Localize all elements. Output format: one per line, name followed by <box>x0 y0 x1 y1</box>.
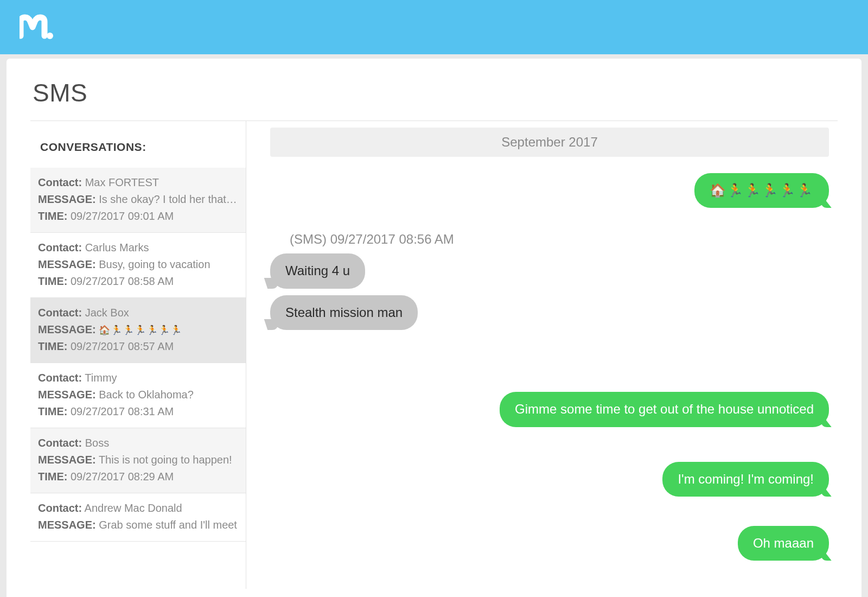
conversation-time: TIME: 09/27/2017 08:29 AM <box>38 468 238 485</box>
conversation-message: MESSAGE: Back to Oklahoma? <box>38 386 238 403</box>
conversation-message: MESSAGE: Busy, going to vacation <box>38 256 238 273</box>
conversation-message: MESSAGE: Is she okay? I told her that t.… <box>38 191 238 208</box>
conversation-contact: Contact: Jack Box <box>38 304 238 321</box>
sent-bubble: 🏠🏃🏃🏃🏃🏃 <box>694 173 829 208</box>
chat-pane: September 2017 🏠🏃🏃🏃🏃🏃(SMS) 09/27/2017 08… <box>246 121 838 589</box>
sent-bubble: I'm coming! I'm coming! <box>662 462 829 497</box>
conversation-item[interactable]: Contact: TimmyMESSAGE: Back to Oklahoma?… <box>30 363 246 428</box>
received-message-row: Waiting 4 u <box>270 253 829 288</box>
received-message-row: Stealth mission man <box>270 295 829 330</box>
conversation-item[interactable]: Contact: Andrew Mac DonaldMESSAGE: Grab … <box>30 493 246 542</box>
conversation-time: TIME: 09/27/2017 08:31 AM <box>38 403 238 420</box>
sent-message-row: Gimme some time to get out of the house … <box>270 392 829 427</box>
received-bubble: Stealth mission man <box>270 295 418 330</box>
spacer <box>270 336 829 385</box>
app-logo-icon <box>20 14 54 40</box>
message-list: 🏠🏃🏃🏃🏃🏃(SMS) 09/27/2017 08:56 AMWaiting 4… <box>270 173 829 561</box>
conversation-item[interactable]: Contact: Max FORTESTMESSAGE: Is she okay… <box>30 168 246 233</box>
conversation-time: TIME: 09/27/2017 09:01 AM <box>38 208 238 225</box>
sent-message-row: I'm coming! I'm coming! <box>270 462 829 497</box>
conversation-message: MESSAGE: This is not going to happen! <box>38 452 238 468</box>
conversation-contact: Contact: Andrew Mac Donald <box>38 500 238 517</box>
conversation-time: TIME: 09/27/2017 08:57 AM <box>38 338 238 355</box>
sent-bubble: Oh maaan <box>738 526 829 561</box>
conversation-contact: Contact: Boss <box>38 435 238 452</box>
conversation-message: MESSAGE: Grab some stuff and I'll meet <box>38 517 238 534</box>
conversations-sidebar: CONVERSATIONS: Contact: Max FORTESTMESSA… <box>30 121 246 589</box>
sent-message-row: Oh maaan <box>270 526 829 561</box>
content-sheet: SMS CONVERSATIONS: Contact: Max FORTESTM… <box>7 59 861 597</box>
conversations-heading: CONVERSATIONS: <box>30 121 246 168</box>
received-bubble: Waiting 4 u <box>270 253 365 288</box>
chat-date-header: September 2017 <box>270 128 829 157</box>
conversation-item[interactable]: Contact: BossMESSAGE: This is not going … <box>30 428 246 493</box>
sent-bubble: Gimme some time to get out of the house … <box>500 392 829 427</box>
message-timestamp: (SMS) 09/27/2017 08:56 AM <box>290 232 829 247</box>
sent-message-row: 🏠🏃🏃🏃🏃🏃 <box>270 173 829 208</box>
conversation-message: MESSAGE: 🏠🏃🏃🏃🏃🏃🏃 <box>38 321 238 338</box>
spacer <box>270 434 829 455</box>
topbar <box>0 0 868 54</box>
spacer <box>270 503 829 519</box>
conversation-list: Contact: Max FORTESTMESSAGE: Is she okay… <box>30 168 246 542</box>
conversation-item[interactable]: Contact: Carlus MarksMESSAGE: Busy, goin… <box>30 233 246 298</box>
conversation-time: TIME: 09/27/2017 08:58 AM <box>38 273 238 290</box>
svg-point-0 <box>47 33 53 39</box>
conversation-contact: Contact: Max FORTEST <box>38 174 238 191</box>
page-title: SMS <box>33 78 838 107</box>
conversation-contact: Contact: Timmy <box>38 370 238 386</box>
conversation-contact: Contact: Carlus Marks <box>38 239 238 256</box>
conversation-item[interactable]: Contact: Jack BoxMESSAGE: 🏠🏃🏃🏃🏃🏃🏃TIME: 0… <box>30 298 246 363</box>
